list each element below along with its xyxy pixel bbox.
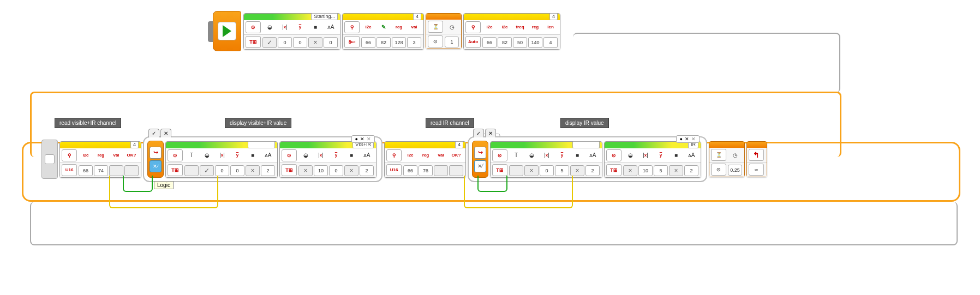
case-selector[interactable]: ● ✕ ✕: [676, 135, 700, 143]
param-font[interactable]: 0: [324, 37, 338, 48]
param-reg[interactable]: 82: [377, 37, 391, 48]
param[interactable]: ×: [570, 165, 584, 176]
port-selector[interactable]: 4: [455, 141, 463, 148]
display-text-field[interactable]: [572, 141, 600, 148]
param-text-in[interactable]: [509, 165, 523, 176]
param[interactable]: 2: [261, 165, 275, 176]
mode-selector[interactable]: ⊙: [282, 149, 297, 161]
output-val[interactable]: [434, 165, 448, 176]
param[interactable]: ×: [669, 165, 683, 176]
param[interactable]: ×: [344, 165, 358, 176]
mode-selector[interactable]: ⊙: [492, 149, 507, 161]
mode-selector[interactable]: ⊙: [606, 149, 622, 161]
output-val[interactable]: [109, 165, 123, 176]
comment-box[interactable]: read visible+IR channel: [55, 118, 121, 128]
param-y[interactable]: 0: [293, 37, 307, 48]
loop-end-block[interactable]: ↰ ∞: [746, 141, 767, 177]
param[interactable]: 0: [540, 165, 554, 176]
param[interactable]: 4: [543, 37, 558, 48]
mode-selector-2[interactable]: T⊞: [606, 164, 622, 176]
param[interactable]: 50: [513, 37, 527, 48]
param[interactable]: 74: [94, 165, 108, 176]
wait-block-2[interactable]: ⏳ ◷ ⊙ 0.25: [709, 141, 745, 177]
close-icon[interactable]: ✕: [691, 136, 696, 142]
loop-index-output[interactable]: [41, 140, 58, 179]
comment-box[interactable]: display IR value: [560, 118, 609, 128]
display-block-b2[interactable]: IR ⊙ ◒ |x| y ■ ᴀ: [604, 141, 701, 178]
param[interactable]: 5: [654, 165, 668, 176]
switch-type-selector[interactable]: ✕⁄: [150, 160, 162, 172]
param[interactable]: 10: [638, 165, 653, 176]
display-block-b1[interactable]: VIS+IR ⊙ ◒ |x| y ■: [279, 141, 377, 178]
param-color[interactable]: ×: [308, 37, 322, 48]
display-block-starting[interactable]: Starting... ⊙ ◒ |x| y ■ ᴀA T⊞ ✓: [243, 13, 340, 50]
display-block-a2[interactable]: ⊙ T ◒ |x| y ■ ᴀA: [490, 141, 602, 178]
play-button[interactable]: [218, 22, 236, 40]
param[interactable]: 66: [482, 37, 497, 48]
param[interactable]: 5: [555, 165, 569, 176]
switch-mode-icon[interactable]: ↪: [474, 147, 486, 159]
mode-selector[interactable]: 8bit: [344, 36, 360, 48]
param-seconds[interactable]: 1: [445, 37, 459, 47]
port-selector[interactable]: 4: [413, 13, 421, 20]
param-seconds[interactable]: 0.25: [728, 165, 742, 176]
param-val1[interactable]: 128: [392, 37, 406, 48]
mode-selector-2[interactable]: T⊞: [492, 164, 507, 176]
i2c-read-block-2[interactable]: 4 ⚲ i2c reg val OK? U16: [384, 141, 466, 178]
mode-selector[interactable]: Auto: [465, 36, 481, 48]
mode-selector[interactable]: ⊙: [711, 164, 726, 176]
mode-selector[interactable]: ⊙: [428, 35, 443, 47]
mode-selector-2[interactable]: T⊞: [282, 164, 297, 176]
param[interactable]: 0: [329, 165, 343, 176]
param-val2[interactable]: 3: [407, 37, 421, 48]
display-text-field[interactable]: [248, 141, 275, 148]
port-selector[interactable]: 4: [549, 13, 558, 20]
mode-selector-2[interactable]: T⊞: [168, 164, 183, 176]
switch-head[interactable]: ↪ ✕⁄: [472, 141, 488, 178]
param[interactable]: 10: [314, 165, 328, 176]
param[interactable]: 0: [215, 165, 229, 176]
param-text-in[interactable]: [184, 165, 199, 176]
i2c-write-block-2[interactable]: 4 ⚲ i2c i2c freq reg len Auto 66: [463, 13, 560, 50]
param[interactable]: ✓: [200, 165, 214, 176]
param[interactable]: 2: [585, 165, 600, 176]
param[interactable]: 76: [419, 165, 433, 176]
mode-selector[interactable]: ⊙: [168, 149, 183, 161]
switch-mode-icon[interactable]: ↪: [150, 147, 162, 159]
i2c-write-block-1[interactable]: 4 ⚲ i2c ✎ reg val 8bit 66 82: [342, 13, 424, 50]
programming-canvas[interactable]: Starting... ⊙ ◒ |x| y ■ ᴀA T⊞ ✓: [11, 11, 969, 284]
param[interactable]: 66: [79, 165, 93, 176]
param[interactable]: 66: [403, 165, 417, 176]
loop-condition[interactable]: ∞: [749, 164, 764, 176]
mode-selector[interactable]: U16: [62, 164, 77, 176]
param[interactable]: 82: [498, 37, 512, 48]
param-addr[interactable]: 66: [361, 37, 375, 48]
param[interactable]: 140: [528, 37, 542, 48]
switch-tab-true[interactable]: ✓: [473, 129, 484, 137]
wait-block-1[interactable]: ⏳ ◷ ⊙ 1: [426, 13, 462, 49]
param[interactable]: ×: [524, 165, 539, 176]
param[interactable]: 0: [230, 165, 244, 176]
switch-tab-true[interactable]: ✓: [148, 129, 159, 137]
switch-tab-false[interactable]: ✕: [485, 129, 496, 137]
mode-selector[interactable]: ⊙: [246, 21, 261, 33]
mode-selector-2[interactable]: T⊞: [246, 36, 261, 48]
mode-selector[interactable]: U16: [386, 164, 402, 176]
param[interactable]: ×: [246, 165, 260, 176]
display-text-field[interactable]: Starting...: [311, 13, 338, 20]
param[interactable]: ×: [623, 165, 637, 176]
comment-box[interactable]: display visible+IR value: [225, 118, 291, 128]
i2c-read-block-1[interactable]: 4 ⚲ i2c reg val OK? U16: [59, 141, 141, 178]
switch-head[interactable]: ↪ ✕⁄: [147, 141, 164, 178]
switch-tab-false[interactable]: ✕: [160, 129, 171, 137]
switch-type-selector[interactable]: ✕⁄: [474, 160, 486, 172]
param[interactable]: ×: [298, 165, 313, 176]
output-ok[interactable]: [124, 165, 139, 176]
output-ok[interactable]: [449, 165, 463, 176]
param-x[interactable]: 0: [278, 37, 292, 48]
comment-box[interactable]: read IR channel: [426, 118, 474, 128]
start-block[interactable]: [213, 11, 241, 51]
port-selector[interactable]: 4: [130, 141, 139, 148]
param-clear[interactable]: ✓: [262, 37, 277, 48]
close-icon[interactable]: ✕: [367, 136, 371, 142]
